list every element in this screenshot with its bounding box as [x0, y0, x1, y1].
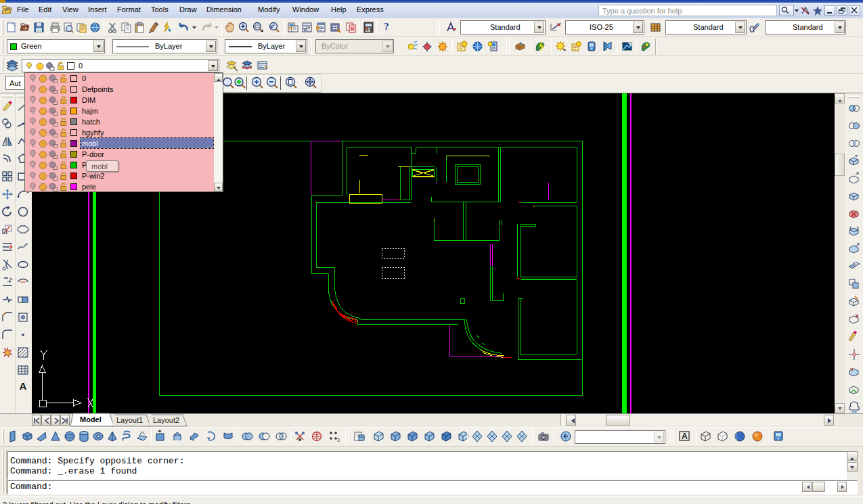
svg-text:3: 3: [337, 438, 340, 442]
svg-text:A: A: [682, 432, 688, 441]
